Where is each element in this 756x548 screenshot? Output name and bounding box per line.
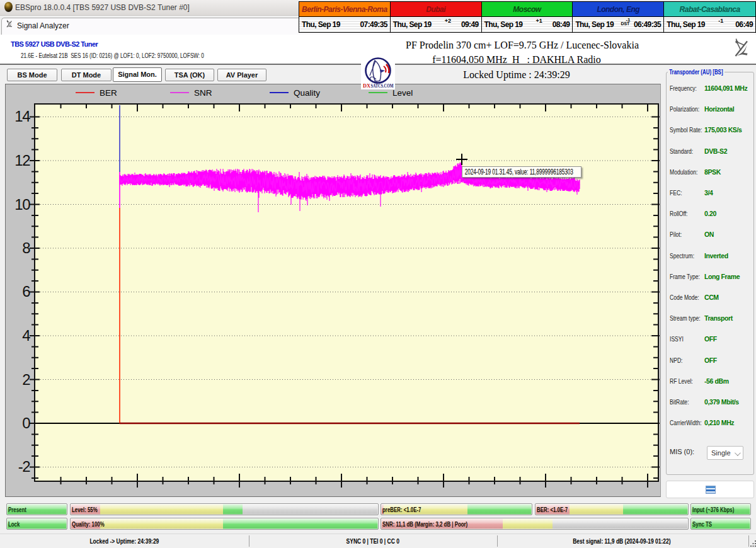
svg-text:Level: Level xyxy=(392,88,413,98)
svg-text:SATCS.COM: SATCS.COM xyxy=(371,83,394,89)
svg-text:0: 0 xyxy=(22,414,30,431)
svg-text:2: 2 xyxy=(22,371,30,388)
svg-text:BER: BER xyxy=(100,88,117,98)
svg-text:Quality: Quality xyxy=(294,88,320,98)
svg-text:4: 4 xyxy=(22,327,30,344)
svg-text:10: 10 xyxy=(14,196,30,213)
svg-text:SNR: SNR xyxy=(194,88,212,98)
svg-text:14: 14 xyxy=(14,108,30,125)
svg-text:12: 12 xyxy=(14,152,30,169)
svg-text:6: 6 xyxy=(22,283,30,300)
svg-text:DX: DX xyxy=(363,83,371,89)
svg-text:8: 8 xyxy=(22,239,30,256)
svg-text:-2: -2 xyxy=(18,458,30,475)
